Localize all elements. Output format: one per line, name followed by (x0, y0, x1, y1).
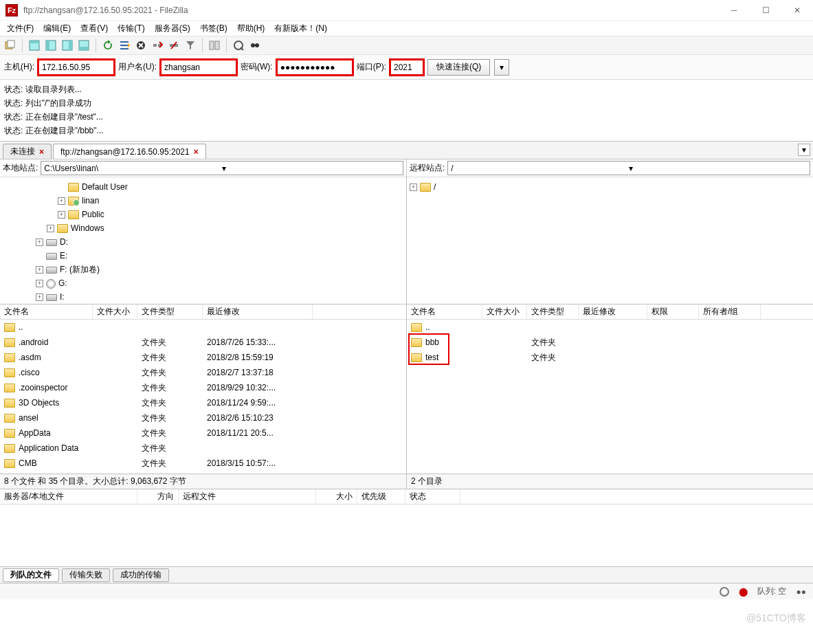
tree-item[interactable]: +Windows (3, 221, 403, 235)
expander-icon[interactable]: + (36, 280, 43, 287)
col-direction[interactable]: 方向 (137, 489, 179, 504)
compare-icon[interactable] (207, 38, 222, 53)
menu-transfer[interactable]: 传输(T) (113, 21, 148, 36)
tree-item[interactable]: E: (3, 249, 403, 263)
menu-server[interactable]: 服务器(S) (151, 21, 194, 36)
menu-view[interactable]: 查看(V) (76, 21, 112, 36)
col-remote[interactable]: 远程文件 (179, 489, 316, 504)
list-item[interactable]: .android文件夹2018/7/26 15:33:... (0, 335, 406, 350)
list-item[interactable]: test文件夹 (407, 350, 813, 365)
minimize-button[interactable]: ─ (718, 0, 750, 21)
col-type[interactable]: 文件类型 (527, 304, 579, 319)
list-item[interactable]: ansel文件夹2018/2/6 15:10:23 (0, 410, 406, 425)
tree-item[interactable]: +/ (410, 180, 810, 194)
list-item[interactable]: AppData文件夹2018/11/21 20:5... (0, 425, 406, 441)
port-input[interactable] (390, 60, 423, 75)
close-button[interactable]: ✕ (781, 0, 813, 21)
tree-item[interactable]: +linan (3, 194, 403, 208)
tree-item[interactable]: +I: (3, 290, 403, 304)
remote-file-list[interactable]: 文件名 文件大小 文件类型 最近修改 权限 所有者/组 ..bbb文件夹test… (407, 304, 813, 474)
col-server[interactable]: 服务器/本地文件 (0, 489, 137, 504)
col-type[interactable]: 文件类型 (137, 304, 203, 319)
tree-item[interactable]: +D: (3, 235, 403, 249)
remote-tree[interactable]: +/ (407, 177, 813, 304)
statusbar: ⬤ 队列: 空 ●● (0, 583, 813, 599)
refresh-icon[interactable] (100, 38, 115, 53)
col-size[interactable]: 大小 (316, 489, 357, 504)
menu-bookmarks[interactable]: 书签(B) (196, 21, 232, 36)
quickconnect-dropdown[interactable]: ▾ (494, 59, 509, 76)
col-size[interactable]: 文件大小 (482, 304, 527, 319)
app-icon: Fz (5, 4, 18, 16)
list-item[interactable]: .asdm文件夹2018/2/8 15:59:19 (0, 350, 406, 365)
maximize-button[interactable]: ☐ (750, 0, 781, 21)
gear-icon[interactable] (720, 587, 729, 597)
tab-success[interactable]: 成功的传输 (113, 568, 169, 582)
local-path-combo[interactable]: C:\Users\linan\▾ (41, 161, 403, 175)
local-tree[interactable]: Default User+linan+Public+Windows+D:E:+F… (0, 177, 406, 304)
list-item[interactable]: 3D Objects文件夹2018/11/24 9:59:... (0, 395, 406, 410)
tab-queued[interactable]: 列队的文件 (3, 568, 59, 582)
expander-icon[interactable]: + (36, 238, 43, 246)
tree-item[interactable]: Default User (3, 180, 403, 194)
chevron-down-icon[interactable]: ▾ (629, 164, 807, 173)
log-pane[interactable]: 状态: 读取目录列表... 状态: 列出"/"的目录成功 状态: 正在创建目录"… (0, 80, 813, 142)
username-input[interactable] (161, 60, 236, 75)
col-perm[interactable]: 权限 (647, 304, 699, 319)
toggle-remote-tree-icon[interactable] (60, 38, 75, 53)
col-owner[interactable]: 所有者/组 (699, 304, 761, 319)
expander-icon[interactable]: + (58, 197, 65, 205)
list-item[interactable]: .. (0, 320, 406, 335)
remote-path-combo[interactable]: /▾ (447, 161, 810, 175)
tree-item[interactable]: +Public (3, 208, 403, 221)
host-input[interactable] (38, 60, 114, 75)
tab-failed[interactable]: 传输失败 (62, 568, 110, 582)
list-item[interactable]: CMB文件夹2018/3/15 10:57:... (0, 456, 406, 471)
tree-item[interactable]: +F: (新加卷) (3, 263, 403, 276)
list-item[interactable]: .zooinspector文件夹2018/9/29 10:32:... (0, 380, 406, 395)
col-name[interactable]: 文件名 (0, 304, 93, 319)
filter-icon[interactable] (183, 38, 198, 53)
menu-newversion[interactable]: 有新版本！(N) (270, 21, 331, 36)
tab-disconnected[interactable]: 未连接× (3, 144, 52, 159)
menu-edit[interactable]: 编辑(E) (39, 21, 75, 36)
reconnect-icon[interactable] (166, 38, 181, 53)
toggle-queue-icon[interactable] (76, 38, 91, 53)
local-file-list[interactable]: 文件名 文件大小 文件类型 最近修改 ...android文件夹2018/7/2… (0, 304, 406, 474)
expander-icon[interactable]: + (36, 293, 43, 301)
list-item[interactable]: .. (407, 320, 813, 335)
site-manager-icon[interactable] (3, 38, 18, 53)
search-icon[interactable] (247, 38, 263, 53)
disconnect-icon[interactable] (150, 38, 165, 53)
list-item[interactable]: Application Data文件夹 (0, 441, 406, 456)
file-browser: 本地站点: C:\Users\linan\▾ Default User+lina… (0, 159, 813, 489)
col-modified[interactable]: 最近修改 (579, 304, 647, 319)
list-item[interactable]: bbb文件夹 (407, 335, 813, 350)
menu-file[interactable]: 文件(F) (3, 21, 38, 36)
col-status[interactable]: 状态 (405, 489, 460, 504)
expander-icon[interactable]: + (58, 211, 65, 219)
cancel-icon[interactable] (133, 38, 148, 53)
expander-icon[interactable]: + (36, 266, 43, 274)
process-queue-icon[interactable] (117, 38, 132, 53)
tree-item[interactable]: +G: (3, 276, 403, 290)
col-modified[interactable]: 最近修改 (203, 304, 313, 319)
quickconnect-button[interactable]: 快速连接(Q) (427, 59, 490, 76)
password-input[interactable] (277, 60, 353, 75)
menu-help[interactable]: 帮助(H) (233, 21, 269, 36)
toggle-local-tree-icon[interactable] (43, 38, 58, 53)
col-size[interactable]: 文件大小 (93, 304, 137, 319)
expander-icon[interactable]: + (410, 184, 417, 191)
col-name[interactable]: 文件名 (407, 304, 482, 319)
col-priority[interactable]: 优先级 (357, 489, 405, 504)
sync-browsing-icon[interactable] (231, 38, 246, 53)
queue-body[interactable] (0, 504, 813, 566)
expander-icon[interactable]: + (47, 225, 54, 232)
list-item[interactable]: .cisco文件夹2018/2/7 13:37:18 (0, 365, 406, 380)
toggle-log-icon[interactable] (27, 38, 42, 53)
close-icon[interactable]: × (39, 147, 44, 157)
tabs-dropdown[interactable]: ▾ (798, 144, 810, 156)
close-icon[interactable]: × (194, 147, 199, 157)
chevron-down-icon[interactable]: ▾ (222, 164, 400, 173)
tab-active[interactable]: ftp://zhangsan@172.16.50.95:2021× (53, 144, 206, 159)
